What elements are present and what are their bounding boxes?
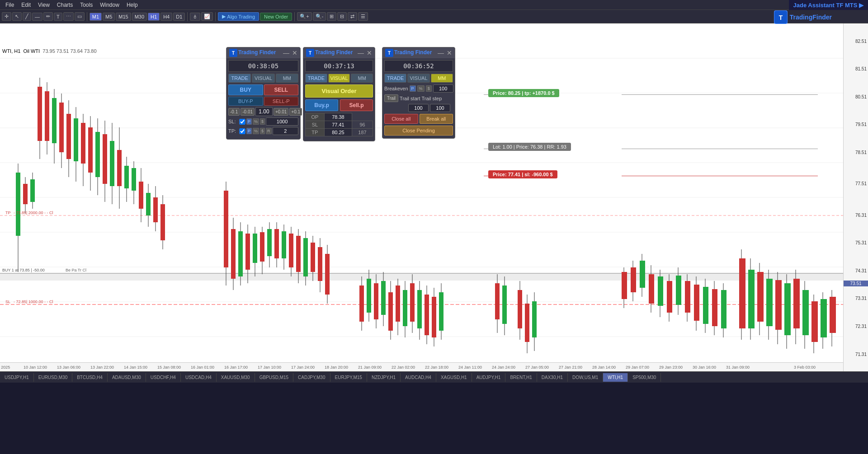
tab-cadjpy-m30[interactable]: CADJPY,M30 — [293, 373, 330, 382]
panel1-sl-mode-pct[interactable]: % — [253, 118, 259, 125]
tab-usdchf-h4[interactable]: USDCHF,H4 — [146, 373, 181, 382]
tab-brent-h1[interactable]: BRENT,H1 — [505, 373, 537, 382]
tool-shapes[interactable]: ▭ — [75, 12, 85, 21]
panel3-be-mode-pct[interactable]: % — [417, 85, 425, 92]
panel2-close[interactable]: ✕ — [367, 49, 372, 56]
tf-m1[interactable]: M1 — [90, 13, 102, 21]
tf-m5[interactable]: M5 — [103, 13, 115, 21]
panel1-minimize[interactable]: — — [283, 49, 289, 56]
tf-d1[interactable]: D1 — [173, 13, 185, 21]
tool-zoom-out[interactable]: 🔍- — [313, 12, 326, 21]
visual-order-btn[interactable]: Visual Order — [305, 84, 373, 98]
tab-audjpy-h1[interactable]: AUDJPY,H1 — [472, 373, 506, 382]
panel1-sl-value[interactable] — [266, 117, 298, 126]
panel3-be-mode-dollar[interactable]: $ — [426, 85, 432, 92]
panel2-tab-mm[interactable]: MM — [351, 74, 373, 83]
tab-eurjpy-m15[interactable]: EURJPY,M15 — [330, 373, 367, 382]
menu-file[interactable]: File — [2, 1, 18, 9]
panel2-minimize[interactable]: — — [358, 49, 364, 56]
panel1-tp-value[interactable] — [273, 127, 298, 135]
panel3-tab-mm[interactable]: MM — [431, 74, 453, 83]
tool-grid[interactable]: ⊞ — [327, 12, 336, 21]
tab-usdjpy-h1[interactable]: USDJPY,H1 — [0, 373, 34, 382]
tab-xauusd-m30[interactable]: XAUUSD,M30 — [217, 373, 255, 382]
panel1-tp-mode-dollar[interactable]: $ — [260, 128, 265, 134]
tab-dow-us-m1[interactable]: DOW,US,M1 — [568, 373, 603, 382]
panel3-trail-step-input[interactable] — [430, 104, 450, 112]
tf-h1[interactable]: H1 — [148, 13, 160, 21]
panel1-lot-input[interactable] — [255, 107, 273, 116]
tab-xagusd-h1[interactable]: XAGUSD,H1 — [436, 373, 472, 382]
panel1-tab-mm[interactable]: MM — [276, 74, 298, 83]
tf-m15[interactable]: M15 — [116, 13, 131, 21]
panel1-tp-mode-r[interactable]: R — [266, 128, 272, 134]
panel3-break-all-btn[interactable]: Break all — [420, 114, 453, 124]
panel3-trail-btn[interactable]: Trail — [384, 94, 398, 102]
tool-sync[interactable]: ⇄ — [348, 12, 357, 21]
panel3-be-input[interactable] — [433, 84, 453, 93]
panel1-tp-mode-pct[interactable]: % — [253, 128, 259, 134]
panel1-sl-mode-p[interactable]: P — [246, 118, 252, 125]
panel1-sellp-btn[interactable]: SELL-P — [264, 97, 299, 106]
tool-text[interactable]: T — [54, 13, 62, 21]
svg-text:BUY 1 at 73.85 | -50.00: BUY 1 at 73.85 | -50.00 — [2, 268, 45, 272]
panel3-close-pending-btn[interactable]: Close Pending — [384, 126, 453, 136]
algo-trading-button[interactable]: ▶ Algo Trading — [218, 12, 259, 21]
panel3-be-mode-p[interactable]: P — [410, 85, 416, 92]
tab-audcad-h4[interactable]: AUDCAD,H4 — [401, 373, 436, 382]
tab-dax30-h1[interactable]: DAX30,H1 — [537, 373, 568, 382]
tool-hline[interactable]: — — [32, 13, 42, 21]
panel1-tab-trade[interactable]: TRADE — [228, 74, 251, 83]
panel3-minimize[interactable]: — — [438, 49, 444, 56]
panel3-trail-start-input[interactable] — [408, 104, 429, 112]
panel3-close[interactable]: ✕ — [447, 49, 452, 56]
panel3-tab-trade[interactable]: TRADE — [384, 74, 406, 83]
tab-gbpusd-m15[interactable]: GBPUSD,M15 — [255, 373, 293, 382]
panel1-tp-mode-p[interactable]: P — [246, 128, 252, 134]
panel3-tab-visual[interactable]: VISUAL — [407, 74, 429, 83]
tool-arrow[interactable]: ↖ — [12, 12, 22, 21]
panel3-close-all-btn[interactable]: Close all — [384, 114, 418, 124]
tool-indicators[interactable]: 📈 — [201, 12, 213, 21]
menu-charts[interactable]: Charts — [53, 1, 76, 9]
panel1-close[interactable]: ✕ — [292, 49, 297, 56]
tf-h4[interactable]: H4 — [160, 13, 172, 21]
tab-adausd-m30[interactable]: ADAUSD,M30 — [108, 373, 146, 382]
tab-usdcad-h4[interactable]: USDCAD,H4 — [181, 373, 217, 382]
panel1-sell-btn[interactable]: SELL — [264, 84, 299, 95]
menu-help[interactable]: Help — [123, 1, 142, 9]
panel2-sellp-btn[interactable]: Sell.p — [340, 99, 373, 111]
tool-cross[interactable]: ✛ — [2, 12, 11, 21]
panel1-lot-plus001[interactable]: +0.01 — [274, 108, 288, 116]
tool-extra[interactable]: ☰ — [358, 12, 368, 21]
menu-view[interactable]: View — [34, 1, 53, 9]
panel1-sl-mode-dollar[interactable]: $ — [260, 118, 265, 125]
menu-tools[interactable]: Tools — [76, 1, 96, 9]
tab-wti-h1[interactable]: WTI,H1 — [603, 373, 628, 382]
panel1-tab-visual[interactable]: VISUAL — [252, 74, 274, 83]
tab-nzdjpy-h1[interactable]: NZDJPY,H1 — [367, 373, 401, 382]
panel1-buyp-btn[interactable]: BUY-P — [228, 97, 263, 106]
panel1-lot-minus01[interactable]: -0.1 — [228, 108, 240, 116]
new-order-button[interactable]: New Order — [260, 13, 292, 21]
tool-line[interactable]: ╱ — [23, 12, 31, 21]
panel1-tp-checkbox[interactable] — [239, 128, 245, 134]
menu-edit[interactable]: Edit — [18, 1, 34, 9]
tab-sp500-m30[interactable]: SP500,M30 — [628, 373, 661, 382]
tool-split[interactable]: ⊟ — [337, 12, 347, 21]
tool-chart-type[interactable]: 🕯 — [190, 13, 200, 21]
panel1-lot-plus01[interactable]: +0.1 — [289, 108, 302, 116]
tool-pencil[interactable]: ✏ — [43, 12, 53, 21]
tool-zoom-in[interactable]: 🔍+ — [297, 12, 311, 21]
panel2-tab-trade[interactable]: TRADE — [305, 74, 327, 83]
panel1-sl-checkbox[interactable] — [239, 119, 245, 125]
panel2-buyp-btn[interactable]: Buy.p — [305, 99, 338, 111]
panel1-lot-minus001[interactable]: -0.01 — [241, 108, 255, 116]
panel2-tab-visual[interactable]: VISUAL — [328, 74, 350, 83]
menu-window[interactable]: Window — [96, 1, 123, 9]
tab-eurusd-m30[interactable]: EURUSD,M30 — [34, 373, 72, 382]
tab-btcusd-h4[interactable]: BTCUSD,H4 — [72, 373, 108, 382]
panel1-buy-btn[interactable]: BUY — [228, 84, 263, 95]
tf-m30[interactable]: M30 — [132, 13, 147, 21]
tool-more[interactable]: ⋯ — [63, 12, 74, 21]
